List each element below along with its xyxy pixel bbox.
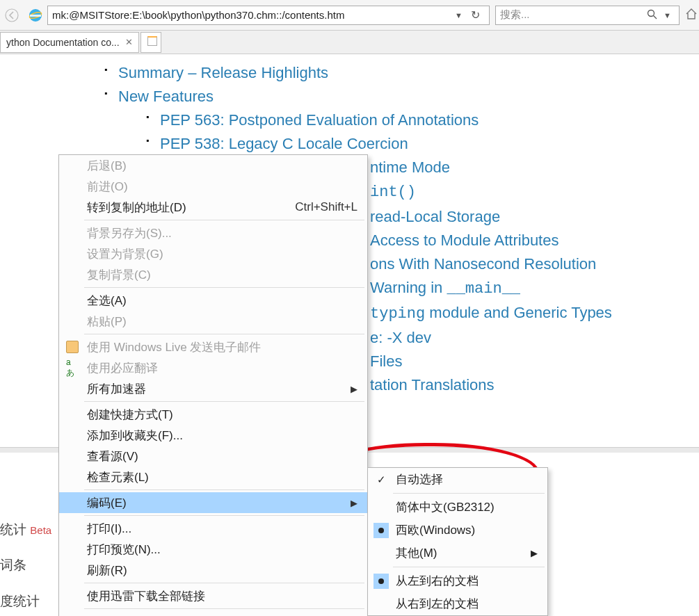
menu-item-label: 背景另存为(S)...	[87, 225, 172, 241]
encoding-submenu: ✓自动选择简体中文(GB2312)西欧(Windows)其他(M)▶从左到右的文…	[367, 467, 548, 616]
menu-item-label: 刷新(R)	[87, 562, 127, 578]
menu-item-label: 编码(E)	[87, 495, 127, 511]
link-partial-4[interactable]: ons With Nanosecond Resolution	[370, 255, 596, 273]
menu-item: 粘贴(P)	[59, 311, 367, 332]
menu-item: 设置为背景(G)	[59, 243, 367, 264]
svg-point-4	[648, 10, 654, 16]
menu-item-label: 前进(O)	[87, 179, 128, 195]
link-partial-6[interactable]: typing module and Generic Types	[370, 304, 612, 321]
menu-item[interactable]: 编码(E)▶	[59, 492, 367, 513]
radio-icon	[373, 523, 389, 538]
refresh-icon[interactable]: ↻	[466, 8, 485, 22]
checkmark-icon: ✓	[373, 472, 389, 487]
menu-item-label: 全选(A)	[87, 293, 127, 309]
trans-icon: aあ	[66, 362, 79, 374]
menu-item[interactable]: 查看源(V)	[59, 446, 367, 467]
menu-separator	[84, 287, 364, 288]
search-dropdown-icon[interactable]: ▼	[660, 11, 675, 19]
menu-separator	[84, 608, 364, 609]
submenu-item-label: 其他(M)	[396, 545, 437, 561]
link-partial-3[interactable]: Access to Module Attributes	[370, 232, 559, 249]
submenu-item[interactable]: 西欧(Windows)	[368, 519, 547, 542]
link-partial-7[interactable]: e: -X dev	[370, 329, 431, 346]
ie-logo-icon	[28, 8, 43, 23]
link-partial-9[interactable]: tation Translations	[370, 376, 495, 394]
submenu-item[interactable]: 其他(M)▶	[368, 542, 547, 565]
menu-separator	[84, 583, 364, 583]
menu-separator	[84, 515, 364, 516]
menu-item-label: 使用迅雷下载全部链接	[87, 588, 205, 604]
link-partial-5[interactable]: Warning in __main__	[370, 279, 520, 296]
link-partial-mono1[interactable]: int()	[370, 184, 416, 201]
search-bar[interactable]: 搜索... ▼	[495, 6, 680, 25]
search-icon[interactable]	[644, 9, 660, 22]
menu-item[interactable]: 所有加速器▶	[59, 378, 367, 399]
menu-item-label: 打印预览(N)...	[87, 542, 161, 558]
menu-item[interactable]: 添加到收藏夹(F)...	[59, 425, 367, 446]
submenu-item[interactable]: 从右到左的文档	[368, 592, 547, 615]
menu-item-label: 转到复制的地址(D)	[87, 200, 186, 216]
submenu-item[interactable]: 简体中文(GB2312)	[368, 496, 547, 519]
link-summary[interactable]: Summary – Release Highlights	[118, 64, 328, 81]
menu-item[interactable]: 使用迅雷下载全部链接	[59, 585, 367, 606]
mail-icon	[66, 341, 79, 353]
link-partial-1[interactable]: ntime Mode	[370, 159, 450, 176]
svg-rect-3	[30, 15, 41, 17]
menu-item-label: 使用必应翻译	[87, 360, 158, 376]
address-bar[interactable]: mk:@MSITStore:E:\book\python\python370.c…	[47, 6, 490, 25]
menu-item-label: 使用 Windows Live 发送电子邮件	[87, 339, 261, 355]
menu-separator	[393, 567, 545, 567]
menu-item-label: 粘贴(P)	[87, 314, 127, 330]
back-button[interactable]	[1, 5, 22, 26]
tab-close-icon[interactable]: ✕	[125, 37, 133, 47]
link-new-features[interactable]: New Features	[118, 88, 214, 105]
home-icon[interactable]	[685, 8, 698, 23]
submenu-item-label: 从右到左的文档	[396, 596, 479, 612]
new-tab-icon	[147, 36, 157, 46]
left-sidebar-fragments: 统计 Beta 词条 度统计	[0, 512, 51, 616]
tab-active[interactable]: ython Documentation co... ✕	[0, 32, 139, 53]
menu-item-label: 查看源(V)	[87, 448, 138, 464]
link-pep563[interactable]: PEP 563: Postponed Evaluation of Annotat…	[160, 111, 479, 129]
radio-icon	[373, 574, 389, 589]
new-tab-button[interactable]	[140, 32, 161, 53]
address-dropdown-icon[interactable]: ▼	[451, 11, 466, 19]
menu-separator	[393, 493, 545, 494]
menu-item[interactable]: 打印预览(N)...	[59, 539, 367, 560]
link-partial-8[interactable]: Files	[370, 352, 402, 370]
link-partial-2[interactable]: read-Local Storage	[370, 208, 500, 225]
menu-item: 复制背景(C)	[59, 264, 367, 285]
menu-separator	[84, 334, 364, 334]
menu-item-label: 创建快捷方式(T)	[87, 407, 173, 423]
submenu-item[interactable]: ✓自动选择	[368, 468, 547, 491]
menu-item-label: 属性(P)	[87, 614, 127, 617]
menu-item-shortcut: Ctrl+Shift+L	[295, 200, 357, 214]
context-menu: 后退(B)前进(O)转到复制的地址(D)Ctrl+Shift+L背景另存为(S)…	[58, 154, 368, 616]
arrow-left-icon	[5, 8, 19, 22]
menu-separator	[84, 401, 364, 402]
menu-item[interactable]: 打印(I)...	[59, 518, 367, 539]
menu-item[interactable]: 创建快捷方式(T)	[59, 404, 367, 425]
menu-item-label: 后退(B)	[87, 158, 127, 174]
menu-item-label: 检查元素(L)	[87, 469, 149, 485]
menu-item-label: 添加到收藏夹(F)...	[87, 428, 183, 444]
menu-separator	[84, 489, 364, 490]
browser-toolbar: mk:@MSITStore:E:\book\python\python370.c…	[0, 0, 699, 31]
menu-item[interactable]: 检查元素(L)	[59, 467, 367, 487]
submenu-item-label: 自动选择	[396, 471, 443, 487]
svg-line-5	[654, 15, 657, 19]
submenu-item-label: 从左到右的文档	[396, 573, 479, 589]
menu-item: aあ使用必应翻译	[59, 357, 367, 378]
menu-item: 背景另存为(S)...	[59, 222, 367, 243]
menu-item[interactable]: 属性(P)	[59, 611, 367, 616]
address-bar-text: mk:@MSITStore:E:\book\python\python370.c…	[52, 9, 451, 21]
tab-title: ython Documentation co...	[6, 37, 120, 48]
menu-item[interactable]: 全选(A)	[59, 290, 367, 311]
submenu-arrow-icon: ▶	[351, 498, 357, 508]
menu-item[interactable]: 刷新(R)	[59, 560, 367, 581]
menu-item[interactable]: 转到复制的地址(D)Ctrl+Shift+L	[59, 197, 367, 218]
submenu-item[interactable]: 从左到右的文档	[368, 569, 547, 592]
menu-item-label: 所有加速器	[87, 381, 146, 397]
menu-item: 使用 Windows Live 发送电子邮件	[59, 337, 367, 357]
link-pep538[interactable]: PEP 538: Legacy C Locale Coercion	[160, 135, 408, 152]
